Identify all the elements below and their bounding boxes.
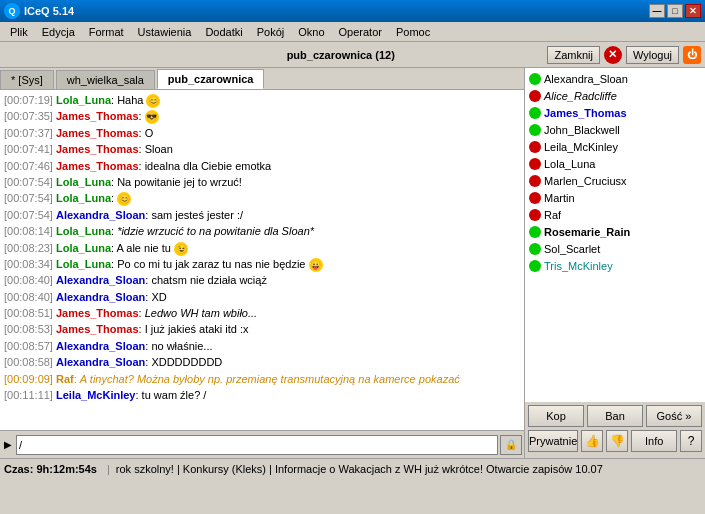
app-icon: Q <box>4 3 20 19</box>
chat-input[interactable] <box>16 435 498 455</box>
list-item: [00:07:19] Lola_Luna: Haha 😊 <box>4 93 520 108</box>
list-item: [00:08:58] Alexandra_Sloan: XDDDDDDDD <box>4 355 520 370</box>
user-status-dot <box>529 192 541 204</box>
menu-plik[interactable]: Plik <box>4 24 34 40</box>
thumb-down-button[interactable]: 👎 <box>606 430 628 452</box>
zamknij-button[interactable]: Zamknij <box>547 46 600 64</box>
menu-pomoc[interactable]: Pomoc <box>390 24 436 40</box>
user-item-marlen[interactable]: Marlen_Cruciusx <box>527 172 703 189</box>
menu-bar: Plik Edycja Format Ustawienia Dodatki Po… <box>0 22 705 42</box>
user-item-raf[interactable]: Raf <box>527 206 703 223</box>
list-item: [00:07:54] Lola_Luna: 😊 <box>4 191 520 206</box>
user-name: Tris_McKinley <box>544 260 613 272</box>
help-button[interactable]: ? <box>680 430 702 452</box>
room-actions: Zamknij ✕ Wyloguj ⏻ <box>547 46 701 64</box>
user-item-james[interactable]: James_Thomas <box>527 104 703 121</box>
room-bar: pub_czarownica (12) Zamknij ✕ Wyloguj ⏻ <box>0 42 705 68</box>
user-status-dot <box>529 107 541 119</box>
user-name: Sol_Scarlet <box>544 243 600 255</box>
menu-dodatki[interactable]: Dodatki <box>199 24 248 40</box>
app-title: ICeQ 5.14 <box>24 5 74 17</box>
room-name: pub_czarownica (12) <box>134 49 547 61</box>
right-panel: Alexandra_Sloan Alice_Radcliffe James_Th… <box>525 68 705 458</box>
chat-messages[interactable]: [00:07:19] Lola_Luna: Haha 😊 [00:07:35] … <box>0 90 524 430</box>
user-name: Alexandra_Sloan <box>544 73 628 85</box>
list-item: [00:11:11] Leila_McKinley: tu wam źle? / <box>4 388 520 403</box>
list-item: [00:07:54] Alexandra_Sloan: sam jesteś j… <box>4 208 520 223</box>
user-item-lola[interactable]: Lola_Luna <box>527 155 703 172</box>
user-status-dot <box>529 209 541 221</box>
user-status-dot <box>529 90 541 102</box>
user-name: Leila_McKinley <box>544 141 618 153</box>
kop-button[interactable]: Kop <box>528 405 584 427</box>
user-item-john[interactable]: John_Blackwell <box>527 121 703 138</box>
input-arrow: ▶ <box>2 439 14 450</box>
title-bar-controls: — □ ✕ <box>649 4 701 18</box>
user-name: Marlen_Cruciusx <box>544 175 627 187</box>
user-status-dot <box>529 141 541 153</box>
menu-ustawienia[interactable]: Ustawienia <box>132 24 198 40</box>
user-item-martin[interactable]: Martin <box>527 189 703 206</box>
goscie-button[interactable]: Gość » <box>646 405 702 427</box>
tabs: * [Sys] wh_wielka_sala pub_czarownica <box>0 68 524 90</box>
ban-button[interactable]: Ban <box>587 405 643 427</box>
close-button[interactable]: ✕ <box>685 4 701 18</box>
menu-okno[interactable]: Okno <box>292 24 330 40</box>
menu-operator[interactable]: Operator <box>333 24 388 40</box>
user-item-tris[interactable]: Tris_McKinley <box>527 257 703 274</box>
user-item-rosemarie[interactable]: Rosemarie_Rain <box>527 223 703 240</box>
user-name: Alice_Radcliffe <box>544 90 617 102</box>
send-button[interactable]: 🔒 <box>500 435 522 455</box>
wyloguj-icon: ⏻ <box>683 46 701 64</box>
user-status-dot <box>529 158 541 170</box>
tab-wh[interactable]: wh_wielka_sala <box>56 70 155 89</box>
user-name: Raf <box>544 209 561 221</box>
status-news: rok szkolny! | Konkursy (Kleks) | Inform… <box>116 463 603 475</box>
status-bar: Czas: 9h:12m:54s | rok szkolny! | Konkur… <box>0 458 705 478</box>
user-status-dot <box>529 226 541 238</box>
tab-pub[interactable]: pub_czarownica <box>157 69 265 89</box>
list-item: [00:07:54] Lola_Luna: Na powitanie jej t… <box>4 175 520 190</box>
title-bar: Q ICeQ 5.14 — □ ✕ <box>0 0 705 22</box>
chat-area: * [Sys] wh_wielka_sala pub_czarownica [0… <box>0 68 525 458</box>
user-list[interactable]: Alexandra_Sloan Alice_Radcliffe James_Th… <box>525 68 705 402</box>
thumb-up-button[interactable]: 👍 <box>581 430 603 452</box>
user-item-leila[interactable]: Leila_McKinley <box>527 138 703 155</box>
list-item: [00:08:51] James_Thomas: Ledwo WH tam wb… <box>4 306 520 321</box>
list-item: [00:07:41] James_Thomas: Sloan <box>4 142 520 157</box>
list-item: [00:09:09] Raf: A tinychat? Można byłoby… <box>4 372 520 387</box>
title-bar-left: Q ICeQ 5.14 <box>4 3 74 19</box>
list-item: [00:08:53] James_Thomas: I już jakieś at… <box>4 322 520 337</box>
user-name: Martin <box>544 192 575 204</box>
user-item-alice[interactable]: Alice_Radcliffe <box>527 87 703 104</box>
button-row-2: Prywatnie 👍 👎 Info ? <box>528 430 702 452</box>
right-buttons: Kop Ban Gość » Prywatnie 👍 👎 Info ? <box>525 402 705 458</box>
list-item: [00:08:57] Alexandra_Sloan: no właśnie..… <box>4 339 520 354</box>
user-status-dot <box>529 243 541 255</box>
maximize-button[interactable]: □ <box>667 4 683 18</box>
user-name: Rosemarie_Rain <box>544 226 630 238</box>
info-button[interactable]: Info <box>631 430 677 452</box>
user-status-dot <box>529 175 541 187</box>
user-status-dot <box>529 73 541 85</box>
list-item: [00:07:37] James_Thomas: O <box>4 126 520 141</box>
user-name: John_Blackwell <box>544 124 620 136</box>
button-row-1: Kop Ban Gość » <box>528 405 702 427</box>
wyloguj-button[interactable]: Wyloguj <box>626 46 679 64</box>
status-time: Czas: 9h:12m:54s <box>4 463 97 475</box>
user-status-dot <box>529 260 541 272</box>
user-item-sol[interactable]: Sol_Scarlet <box>527 240 703 257</box>
list-item: [00:08:34] Lola_Luna: Po co mi tu jak za… <box>4 257 520 272</box>
list-item: [00:07:35] James_Thomas: 😎 <box>4 109 520 124</box>
close-x-button[interactable]: ✕ <box>604 46 622 64</box>
prywatnie-button[interactable]: Prywatnie <box>528 430 578 452</box>
list-item: [00:08:14] Lola_Luna: *idzie wrzucić to … <box>4 224 520 239</box>
tab-sys[interactable]: * [Sys] <box>0 70 54 89</box>
main-layout: * [Sys] wh_wielka_sala pub_czarownica [0… <box>0 68 705 458</box>
user-item-alexandra[interactable]: Alexandra_Sloan <box>527 70 703 87</box>
list-item: [00:08:40] Alexandra_Sloan: XD <box>4 290 520 305</box>
menu-format[interactable]: Format <box>83 24 130 40</box>
menu-pokoj[interactable]: Pokój <box>251 24 291 40</box>
menu-edycja[interactable]: Edycja <box>36 24 81 40</box>
minimize-button[interactable]: — <box>649 4 665 18</box>
